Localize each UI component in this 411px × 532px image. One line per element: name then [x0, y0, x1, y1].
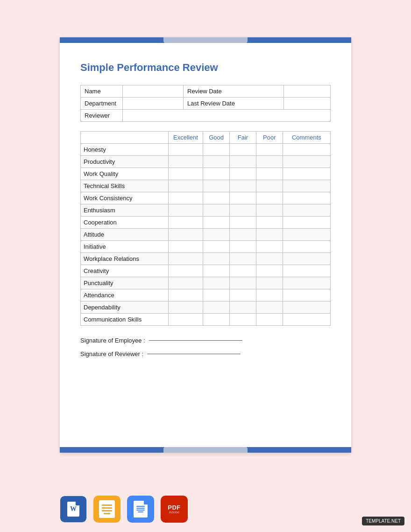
poor-cell[interactable]	[256, 168, 283, 180]
poor-cell[interactable]	[256, 192, 283, 204]
good-cell[interactable]	[203, 204, 230, 217]
fair-cell[interactable]	[230, 314, 256, 326]
fair-cell[interactable]	[230, 289, 256, 301]
comments-cell[interactable]	[283, 144, 330, 156]
good-cell[interactable]	[203, 180, 230, 192]
rating-row: Honesty	[81, 144, 331, 156]
poor-cell[interactable]	[256, 301, 283, 314]
fair-cell[interactable]	[230, 277, 256, 289]
excellent-cell[interactable]	[168, 241, 203, 253]
comments-cell[interactable]	[283, 277, 330, 289]
poor-header: Poor	[256, 132, 283, 144]
good-cell[interactable]	[203, 156, 230, 168]
comments-cell[interactable]	[283, 204, 330, 217]
excellent-cell[interactable]	[168, 217, 203, 229]
good-cell[interactable]	[203, 301, 230, 314]
poor-cell[interactable]	[256, 314, 283, 326]
poor-cell[interactable]	[256, 217, 283, 229]
fair-cell[interactable]	[230, 204, 256, 217]
pages-app-icon[interactable]	[93, 496, 120, 523]
poor-cell[interactable]	[256, 253, 283, 265]
poor-cell[interactable]	[256, 144, 283, 156]
rating-row: Communication Skills	[81, 314, 331, 326]
poor-cell[interactable]	[256, 229, 283, 241]
comments-cell[interactable]	[283, 314, 330, 326]
comments-cell[interactable]	[283, 192, 330, 204]
good-cell[interactable]	[203, 192, 230, 204]
good-cell[interactable]	[203, 253, 230, 265]
fair-cell[interactable]	[230, 253, 256, 265]
signature-employee-underline[interactable]	[149, 340, 242, 341]
fair-cell[interactable]	[230, 217, 256, 229]
scroll-handle-bottom[interactable]	[163, 447, 248, 453]
comments-cell[interactable]	[283, 156, 330, 168]
template-badge: TEMPLATE.NET	[362, 517, 404, 525]
comments-cell[interactable]	[283, 180, 330, 192]
good-cell[interactable]	[203, 241, 230, 253]
good-cell[interactable]	[203, 229, 230, 241]
comments-cell[interactable]	[283, 253, 330, 265]
reviewer-value[interactable]	[123, 110, 331, 122]
excellent-cell[interactable]	[168, 277, 203, 289]
excellent-cell[interactable]	[168, 253, 203, 265]
name-value[interactable]	[123, 85, 184, 98]
fair-cell[interactable]	[230, 144, 256, 156]
poor-cell[interactable]	[256, 289, 283, 301]
excellent-cell[interactable]	[168, 204, 203, 217]
poor-cell[interactable]	[256, 265, 283, 277]
fair-cell[interactable]	[230, 265, 256, 277]
good-cell[interactable]	[203, 289, 230, 301]
good-cell[interactable]	[203, 314, 230, 326]
good-cell[interactable]	[203, 168, 230, 180]
comments-cell[interactable]	[283, 265, 330, 277]
info-table: Name Review Date Department Last Review …	[80, 85, 331, 122]
comments-cell[interactable]	[283, 241, 330, 253]
poor-cell[interactable]	[256, 241, 283, 253]
poor-cell[interactable]	[256, 277, 283, 289]
excellent-cell[interactable]	[168, 265, 203, 277]
excellent-cell[interactable]	[168, 180, 203, 192]
good-cell[interactable]	[203, 265, 230, 277]
department-label: Department	[81, 98, 123, 110]
poor-cell[interactable]	[256, 180, 283, 192]
excellent-cell[interactable]	[168, 192, 203, 204]
comments-cell[interactable]	[283, 289, 330, 301]
fair-cell[interactable]	[230, 301, 256, 314]
poor-cell[interactable]	[256, 156, 283, 168]
gdocs-app-icon[interactable]	[127, 496, 154, 523]
excellent-cell[interactable]	[168, 229, 203, 241]
comments-cell[interactable]	[283, 217, 330, 229]
document-container: Simple Performance Review Name Review Da…	[60, 37, 351, 453]
signature-reviewer-line: Signature of Reviewer :	[80, 350, 331, 357]
fair-cell[interactable]	[230, 192, 256, 204]
good-cell[interactable]	[203, 144, 230, 156]
excellent-cell[interactable]	[168, 289, 203, 301]
fair-cell[interactable]	[230, 168, 256, 180]
good-cell[interactable]	[203, 277, 230, 289]
fair-cell[interactable]	[230, 156, 256, 168]
comments-cell[interactable]	[283, 229, 330, 241]
comments-cell[interactable]	[283, 301, 330, 314]
good-cell[interactable]	[203, 217, 230, 229]
fair-cell[interactable]	[230, 180, 256, 192]
poor-cell[interactable]	[256, 204, 283, 217]
signature-employee-label: Signature of Employee :	[80, 337, 145, 344]
department-value[interactable]	[123, 98, 184, 110]
comments-cell[interactable]	[283, 168, 330, 180]
pdf-app-icon[interactable]: PDF Adobe	[161, 496, 188, 523]
rating-row: Work Consistency	[81, 192, 331, 204]
reviewer-label: Reviewer	[81, 110, 123, 122]
excellent-cell[interactable]	[168, 144, 203, 156]
excellent-cell[interactable]	[168, 314, 203, 326]
fair-cell[interactable]	[230, 241, 256, 253]
criterion-label: Dependability	[81, 301, 169, 314]
word-app-icon[interactable]: W	[60, 496, 87, 523]
excellent-cell[interactable]	[168, 168, 203, 180]
excellent-cell[interactable]	[168, 301, 203, 314]
last-review-date-value[interactable]	[284, 98, 331, 110]
scroll-handle-top[interactable]	[163, 37, 248, 43]
review-date-value[interactable]	[284, 85, 331, 98]
excellent-cell[interactable]	[168, 156, 203, 168]
signature-reviewer-underline[interactable]	[147, 354, 241, 354]
fair-cell[interactable]	[230, 229, 256, 241]
